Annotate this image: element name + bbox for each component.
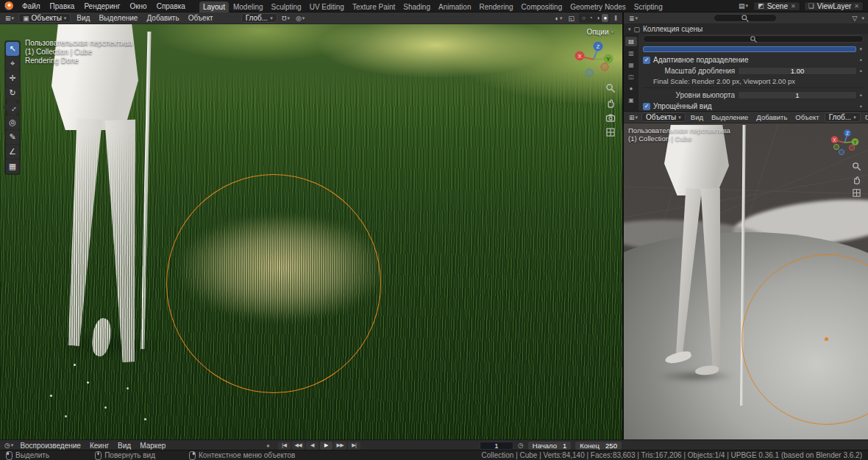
orientation-dropdown[interactable]: Глоб... ▾ [825,112,861,122]
screen-layout-icon[interactable]: ▤ ▾ [737,2,750,10]
properties-search-input[interactable] [643,35,864,43]
animate-dot-icon[interactable]: • [860,57,862,64]
menu-add[interactable]: Добавить [753,113,790,121]
menu-select[interactable]: Выделение [708,113,751,121]
tool-add-cube[interactable]: ▦ [6,159,19,173]
menu-object[interactable]: Объект [792,113,822,121]
orientation-dropdown[interactable]: Глоб... ▾ [241,13,277,23]
tool-measure[interactable]: ∠ [6,145,19,159]
workspace-tab-layout[interactable]: Layout [199,1,229,12]
clock-icon[interactable]: ◷ [518,442,524,449]
tool-move[interactable]: ✛ [6,71,19,85]
next-keyframe-button[interactable]: ▶▶ [334,442,346,450]
gizmo-y-label[interactable]: Y [853,140,857,145]
workspace-tab-geometry-nodes[interactable]: Geometry Nodes [566,1,630,12]
timeline-editor-button[interactable]: ◷ ▾ [3,442,15,449]
animate-dot-icon[interactable]: • [860,92,862,99]
workspace-tab-rendering[interactable]: Rendering [475,1,516,12]
menu-render[interactable]: Рендеринг [79,1,124,11]
grid-ortho-icon[interactable] [852,188,861,198]
shading-solid-icon[interactable]: ◔ [588,14,594,22]
gizmo-y-label[interactable]: Y [606,56,611,62]
workspace-tab-animation[interactable]: Animation [435,1,474,12]
shading-rendered-icon[interactable]: ● [602,14,608,22]
zoom-icon[interactable] [605,83,616,93]
workspace-tab-texture-paint[interactable]: Texture Paint [349,1,399,12]
blender-logo-icon[interactable] [4,1,13,10]
frame-end-field[interactable]: Конец 250 [575,442,622,450]
outliner-options-button[interactable]: ▾ [861,15,864,21]
navigation-gizmo[interactable]: Z X Y [830,128,859,157]
tab-view-layer-properties[interactable]: ▦ [625,60,637,70]
frame-start-field[interactable]: Начало 1 [528,442,571,450]
proportional-editing-button[interactable]: ◎ ▾ [294,15,306,22]
secondary-3d-viewport[interactable]: Пользовательская перспектива (1) Collect… [624,123,868,439]
filter-button[interactable]: ▽ [851,15,859,22]
scene-selector[interactable]: ◩ Scene ✕ [753,1,800,11]
show-overlays-button[interactable]: ◐ ▾ [553,15,563,22]
shading-material-icon[interactable]: ◑ [595,14,602,22]
mode-dropdown[interactable]: Объекты ▾ [641,112,686,122]
menu-file[interactable]: Файл [18,1,45,11]
grid-ortho-icon[interactable] [605,127,616,137]
tool-annotate[interactable]: ✎ [6,130,19,144]
mode-dropdown[interactable]: ▣ Объекты ▾ [18,13,71,23]
menu-playback[interactable]: Воспроизведение [16,442,85,450]
tool-select-box[interactable]: ↖ [6,42,19,56]
tab-render-properties[interactable]: ▤ [625,37,637,46]
tool-cursor[interactable]: ⌖ [6,57,19,71]
jump-to-end-button[interactable]: ▶| [348,442,360,450]
workspace-tab-modeling[interactable]: Modeling [230,1,267,12]
adaptive-subdivision-checkbox[interactable]: ✓ [643,57,650,64]
workspace-tab-scripting[interactable]: Scripting [630,1,666,12]
viewport-levels-field[interactable]: 1 [738,91,857,99]
panel-dropdown-icon[interactable]: ▾ [859,46,862,52]
scrolled-setting-bar[interactable] [643,46,856,52]
pause-render-button[interactable]: ‖ [613,15,619,22]
workspace-tab-sculpting[interactable]: Sculpting [268,1,305,12]
shading-wireframe-icon[interactable]: ○ [580,14,587,22]
tool-rotate[interactable]: ↻ [6,86,19,100]
animate-dot-icon[interactable]: • [860,68,862,75]
menu-add[interactable]: Добавить [143,14,182,22]
gizmo-x-label[interactable]: X [833,137,836,143]
tab-world-properties[interactable]: ● [625,84,637,93]
menu-marker[interactable]: Маркер [136,442,169,450]
menu-keying[interactable]: Кеинг [86,442,113,450]
tab-object-properties[interactable]: ▣ [625,96,637,105]
close-icon[interactable]: ✕ [791,3,796,10]
animate-dot-icon[interactable]: • [860,103,862,110]
prev-keyframe-button[interactable]: ◀◀ [292,442,305,450]
gizmo-x-label[interactable]: X [577,53,582,60]
simplify-checkbox[interactable]: ✓ [643,103,650,110]
gizmo-z-label[interactable]: Z [846,131,849,136]
editor-type-button[interactable]: ⊞ ▾ [627,114,639,121]
pan-hand-icon[interactable] [852,175,861,184]
menu-window[interactable]: Окно [125,1,151,11]
toggle-xray-button[interactable]: ◱ [566,15,576,22]
view-layer-selector[interactable]: ❏ ViewLayer ✕ [804,1,864,11]
main-3d-viewport[interactable]: Пользовательская перспектива (1) Collect… [0,24,622,439]
auto-keying-button[interactable]: ● [266,442,270,449]
menu-view[interactable]: Вид [114,442,135,450]
dicing-scale-field[interactable]: 1.00 [738,67,857,75]
options-dropdown[interactable]: Опции ▾ [586,28,613,36]
current-frame-field[interactable]: 1 [480,442,513,450]
tab-scene-properties[interactable]: ◫ [625,72,637,82]
menu-view[interactable]: Вид [74,14,93,22]
menu-object[interactable]: Объект [185,14,216,22]
tool-transform[interactable]: ◎ [6,115,19,129]
pan-hand-icon[interactable] [605,98,616,108]
snap-magnet-button[interactable]: Ω [864,114,868,121]
menu-help[interactable]: Справка [152,1,190,11]
jump-to-start-button[interactable]: |◀ [278,442,291,450]
camera-view-icon[interactable] [605,112,616,123]
menu-view[interactable]: Вид [688,113,706,121]
expand-arrow-icon[interactable]: ▾ [628,26,631,32]
workspace-tab-shading[interactable]: Shading [399,1,434,12]
tab-output-properties[interactable]: ▥ [625,48,637,58]
scene-collection-item[interactable]: Коллекция сцены [643,25,702,33]
workspace-tab-compositing[interactable]: Compositing [518,1,566,12]
outliner-editor-button[interactable]: ≣ ▾ [627,15,639,22]
outliner-search-input[interactable] [714,14,777,22]
